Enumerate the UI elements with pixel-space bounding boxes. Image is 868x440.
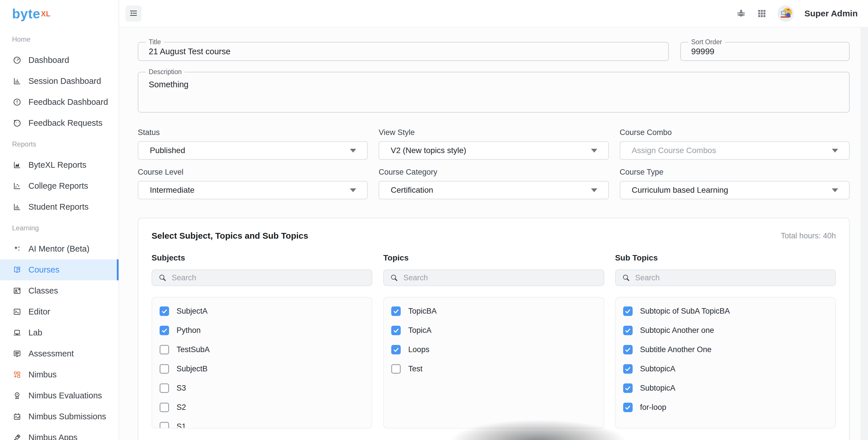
list-item[interactable]: TopicBA — [384, 301, 603, 321]
select-value: Intermediate — [150, 185, 195, 195]
title-field[interactable]: Title 21 August Test course — [138, 42, 669, 61]
checkbox-subtitle-another-one[interactable] — [623, 345, 632, 354]
checkbox-loops[interactable] — [391, 345, 401, 354]
checkbox-topica[interactable] — [391, 326, 401, 335]
checkbox-label: Subtopic of SubA TopicBA — [640, 307, 730, 316]
sidebar-item-editor[interactable]: Editor — [0, 301, 119, 322]
search-input[interactable]: Search — [152, 269, 372, 286]
sidebar-item-bytexl-reports[interactable]: ByteXL Reports — [0, 154, 119, 175]
checkbox-testsuba[interactable] — [160, 345, 169, 354]
checkbox-test[interactable] — [391, 364, 401, 374]
search-input[interactable]: Search — [383, 269, 604, 286]
sidebar-item-student-reports[interactable]: Student Reports — [0, 197, 119, 217]
select-view-style[interactable]: V2 (New topics style) — [379, 141, 609, 160]
sidebar-item-nimbus-submissions[interactable]: Nimbus Submissions — [0, 406, 119, 427]
checkbox-for-loop[interactable] — [623, 403, 632, 412]
list-item[interactable]: SubtopicA — [616, 359, 835, 379]
checkbox-label: Subtopic Another one — [640, 326, 714, 335]
checkbox-python[interactable] — [160, 326, 169, 335]
sidebar-item-nimbus-evaluations[interactable]: Nimbus Evaluations — [0, 385, 119, 406]
list-item[interactable]: Subtitle Another One — [616, 340, 835, 359]
checkbox-list: Subtopic of SubA TopicBASubtopic Another… — [615, 297, 836, 429]
list-item[interactable]: TopicA — [384, 321, 603, 340]
sidebar-item-feedback-requests[interactable]: Feedback Requests — [0, 113, 119, 134]
sidebar-item-college-reports[interactable]: College Reports — [0, 175, 119, 197]
checkbox-subtopica[interactable] — [623, 383, 632, 393]
sidebar-item-lab[interactable]: Lab — [0, 322, 119, 343]
checkbox-label: SubjectA — [177, 307, 208, 316]
column-subjects: SubjectsSearchSubjectAPythonTestSubASubj… — [152, 253, 372, 429]
select-status[interactable]: Published — [138, 141, 368, 160]
checkbox-s1[interactable] — [160, 422, 169, 429]
sidebar-item-label: Student Reports — [28, 202, 89, 212]
checkbox-label: for-loop — [640, 403, 666, 412]
list-item[interactable]: SubjectA — [152, 301, 372, 321]
select-course-category[interactable]: Certification — [379, 181, 609, 199]
sidebar-item-classes[interactable]: Classes — [0, 280, 119, 301]
list-item[interactable]: S2 — [152, 398, 372, 417]
subject-selection-card: Select Subject, Topics and Sub Topics To… — [138, 218, 849, 440]
card-title: Select Subject, Topics and Sub Topics — [152, 231, 308, 241]
sidebar-item-label: College Reports — [28, 181, 88, 191]
field-label: Course Level — [138, 168, 368, 177]
list-item[interactable]: Test — [384, 359, 603, 379]
app-logo[interactable]: byteXL — [0, 0, 119, 28]
field-view-style: View StyleV2 (New topics style) — [379, 128, 609, 160]
select-value: Published — [150, 146, 185, 155]
scrollbar-track[interactable] — [861, 28, 868, 440]
list-item[interactable]: S1 — [152, 417, 372, 429]
list-item[interactable]: TestSubA — [152, 340, 372, 359]
select-course-combo[interactable]: Assign Course Combos — [620, 141, 849, 160]
checkbox-subtopica[interactable] — [623, 364, 632, 374]
sidebar-item-assessment[interactable]: Assessment — [0, 343, 119, 364]
checkbox-label: TestSubA — [177, 345, 210, 354]
search-icon — [621, 273, 631, 282]
checkbox-s2[interactable] — [160, 403, 169, 412]
description-field[interactable]: Description Something — [138, 72, 849, 113]
bar-chart-icon — [12, 203, 22, 211]
laptop-icon — [12, 328, 22, 337]
checkbox-subtopic-another-one[interactable] — [623, 326, 632, 335]
select-course-type[interactable]: Curriculum based Learning — [620, 181, 849, 199]
list-item[interactable]: for-loop — [616, 398, 835, 417]
list-item[interactable]: SubjectB — [152, 359, 372, 379]
checkbox-s3[interactable] — [160, 383, 169, 393]
area-chart-icon — [12, 160, 22, 170]
select-course-level[interactable]: Intermediate — [138, 181, 368, 199]
list-item[interactable]: S3 — [152, 379, 372, 398]
sidebar-item-feedback-dashboard[interactable]: Feedback Dashboard — [0, 92, 119, 113]
list-item[interactable]: Subtopic Another one — [616, 321, 835, 340]
sidebar-item-dashboard[interactable]: Dashboard — [0, 50, 119, 71]
sidebar-item-courses[interactable]: Courses — [0, 259, 119, 280]
sidebar-item-ai-mentor-beta[interactable]: AI Mentor (Beta) — [0, 238, 119, 259]
speedometer-icon — [12, 56, 22, 65]
field-label: Course Type — [620, 168, 849, 177]
sidebar-item-label: Nimbus Submissions — [28, 412, 106, 421]
list-item[interactable]: Loops — [384, 340, 603, 359]
checkbox-label: Loops — [408, 345, 429, 354]
column-title: Sub Topics — [615, 253, 836, 263]
field-status: StatusPublished — [138, 128, 368, 160]
bar-chart-icon — [12, 77, 22, 86]
checkbox-topicba[interactable] — [391, 306, 401, 316]
apps-grid-icon[interactable] — [756, 8, 767, 19]
avatar[interactable] — [777, 5, 794, 22]
sidebar-item-nimbus-apps[interactable]: Nimbus Apps — [0, 427, 119, 440]
list-item[interactable]: Python — [152, 321, 372, 340]
debug-icon[interactable] — [736, 8, 746, 19]
sidebar-item-nimbus[interactable]: Nimbus — [0, 364, 119, 385]
sidebar-item-label: Lab — [28, 328, 42, 338]
checkbox-label: SubtopicA — [640, 384, 675, 392]
list-item[interactable]: Subtopic of SubA TopicBA — [616, 301, 835, 321]
sort-order-field[interactable]: Sort Order 99999 — [680, 42, 849, 61]
checkbox-subjecta[interactable] — [160, 306, 169, 316]
sparkles-icon — [12, 244, 22, 253]
list-item[interactable]: SubtopicA — [616, 379, 835, 398]
sidebar-toggle-button[interactable] — [125, 5, 142, 22]
checkbox-subjectb[interactable] — [160, 364, 169, 374]
user-name[interactable]: Super Admin — [804, 9, 858, 19]
sidebar-item-label: Classes — [28, 286, 58, 296]
sidebar-item-session-dashboard[interactable]: Session Dashboard — [0, 71, 119, 92]
checkbox-subtopic-of-suba-topicba[interactable] — [623, 306, 632, 316]
search-input[interactable]: Search — [615, 269, 836, 286]
